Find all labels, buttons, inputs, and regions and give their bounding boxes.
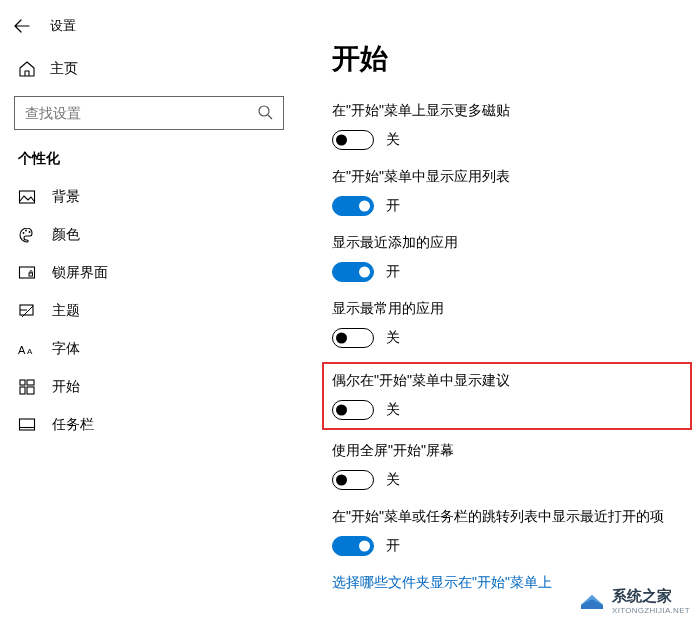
toggle-switch[interactable] [332,400,374,420]
sidebar-item-label: 字体 [52,340,80,358]
toggle-state-text: 开 [386,263,400,281]
taskbar-icon [18,416,36,434]
toggle-row: 关 [332,328,686,348]
sidebar-item-lockscreen[interactable]: 锁屏界面 [0,254,300,292]
sidebar-item-label: 锁屏界面 [52,264,108,282]
toggle-state-text: 开 [386,537,400,555]
svg-point-3 [25,230,27,232]
home-icon [18,60,36,78]
svg-rect-10 [20,380,25,385]
setting-group: 在"开始"菜单上显示更多磁贴关 [332,102,686,150]
svg-rect-13 [27,387,34,394]
setting-group: 在"开始"菜单中显示应用列表开 [332,168,686,216]
sidebar: 设置 主页 个性化 背景 颜色 [0,0,300,621]
toggle-row: 开 [332,262,686,282]
toggle-row: 开 [332,196,686,216]
svg-point-0 [259,106,269,116]
section-header: 个性化 [0,144,300,178]
arrow-left-icon [14,18,30,34]
font-icon: AA [18,340,36,358]
svg-rect-6 [29,273,33,276]
toggle-row: 关 [332,400,682,420]
start-icon [18,378,36,396]
window-title: 设置 [50,17,76,35]
sidebar-item-colors[interactable]: 颜色 [0,216,300,254]
setting-label: 显示最常用的应用 [332,300,686,318]
theme-icon [18,302,36,320]
setting-group: 使用全屏"开始"屏幕关 [332,442,686,490]
svg-rect-1 [20,191,35,203]
palette-icon [18,226,36,244]
toggle-state-text: 开 [386,197,400,215]
setting-label: 在"开始"菜单上显示更多磁贴 [332,102,686,120]
search-box[interactable] [14,96,284,130]
svg-rect-12 [20,387,25,394]
toggle-row: 开 [332,536,686,556]
svg-rect-14 [20,419,35,430]
sidebar-item-label: 背景 [52,188,80,206]
toggle-row: 关 [332,470,686,490]
svg-point-4 [29,231,31,233]
svg-text:A: A [18,344,26,356]
sidebar-item-label: 颜色 [52,226,80,244]
setting-label: 在"开始"菜单或任务栏的跳转列表中显示最近打开的项 [332,508,686,526]
sidebar-item-background[interactable]: 背景 [0,178,300,216]
toggle-knob [336,333,347,344]
watermark: 系统之家 XITONGZHIJIA.NET [578,587,690,615]
sidebar-item-taskbar[interactable]: 任务栏 [0,406,300,444]
toggle-knob [336,405,347,416]
svg-text:A: A [27,347,33,356]
search-input[interactable] [25,105,257,121]
svg-point-2 [23,232,25,234]
home-nav[interactable]: 主页 [0,52,300,86]
sidebar-item-themes[interactable]: 主题 [0,292,300,330]
sidebar-item-fonts[interactable]: AA 字体 [0,330,300,368]
search-row [0,86,300,144]
toggle-switch[interactable] [332,262,374,282]
setting-label: 偶尔在"开始"菜单中显示建议 [332,372,682,390]
toggle-knob [359,267,370,278]
toggle-switch[interactable] [332,328,374,348]
topbar: 设置 [0,10,300,52]
toggle-knob [336,135,347,146]
search-icon [257,104,273,123]
toggle-switch[interactable] [332,470,374,490]
toggle-switch[interactable] [332,196,374,216]
setting-label: 显示最近添加的应用 [332,234,686,252]
sidebar-item-label: 开始 [52,378,80,396]
sidebar-item-start[interactable]: 开始 [0,368,300,406]
image-icon [18,188,36,206]
toggle-state-text: 关 [386,471,400,489]
toggle-row: 关 [332,130,686,150]
setting-label: 在"开始"菜单中显示应用列表 [332,168,686,186]
setting-group: 在"开始"菜单或任务栏的跳转列表中显示最近打开的项开 [332,508,686,556]
watermark-text: 系统之家 [612,587,672,604]
setting-label: 使用全屏"开始"屏幕 [332,442,686,460]
main-content: 开始 在"开始"菜单上显示更多磁贴关在"开始"菜单中显示应用列表开显示最近添加的… [300,0,696,621]
setting-group: 偶尔在"开始"菜单中显示建议关 [322,362,692,430]
setting-group: 显示最常用的应用关 [332,300,686,348]
home-label: 主页 [50,60,78,78]
toggle-state-text: 关 [386,329,400,347]
toggle-state-text: 关 [386,131,400,149]
back-button[interactable] [12,16,32,36]
toggle-knob [359,541,370,552]
watermark-logo-icon [578,587,606,615]
sidebar-item-label: 任务栏 [52,416,94,434]
setting-group: 显示最近添加的应用开 [332,234,686,282]
sidebar-item-label: 主题 [52,302,80,320]
page-title: 开始 [332,40,686,78]
lockscreen-icon [18,264,36,282]
toggle-switch[interactable] [332,536,374,556]
toggle-knob [359,201,370,212]
toggle-switch[interactable] [332,130,374,150]
svg-rect-11 [27,380,34,385]
toggle-knob [336,475,347,486]
watermark-sub: XITONGZHIJIA.NET [612,606,690,615]
nav-list: 背景 颜色 锁屏界面 主题 AA 字体 开始 [0,178,300,444]
toggle-state-text: 关 [386,401,400,419]
